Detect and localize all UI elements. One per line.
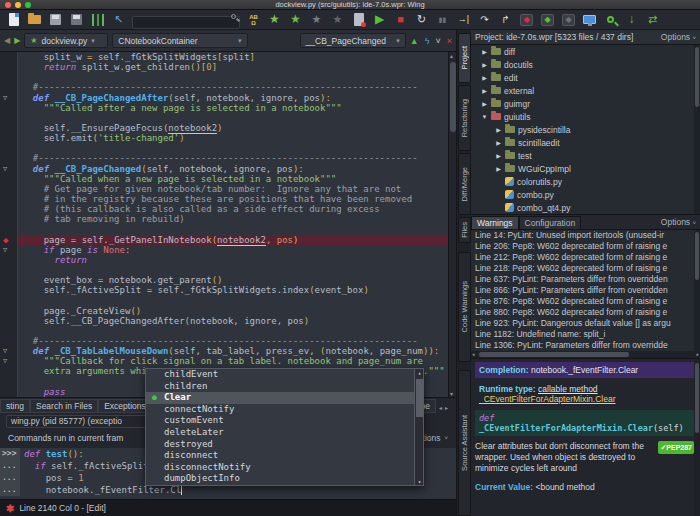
callable-method-link[interactable]: callable method: [538, 384, 598, 394]
gutter[interactable]: [0, 143, 18, 153]
scope-method-dropdown[interactable]: __CB_PageChanged ▾: [300, 33, 406, 48]
collapsed-arrow-icon[interactable]: ▶: [481, 87, 488, 94]
collapsed-arrow-icon[interactable]: ▶: [495, 139, 502, 146]
gutter[interactable]: [0, 316, 18, 326]
editor-scrollbar[interactable]: ▴ ▾: [448, 52, 456, 397]
code-line[interactable]: # in the registry because these are posi…: [0, 194, 448, 204]
gutter[interactable]: [0, 285, 18, 295]
code-line[interactable]: [0, 72, 448, 82]
warning-row[interactable]: Line 1306: PyLint: Parameters differ fro…: [471, 340, 700, 351]
completion-item[interactable]: children: [146, 381, 423, 393]
collapsed-arrow-icon[interactable]: ▶: [495, 165, 502, 172]
tree-item[interactable]: ▶pysidescintilla: [471, 123, 700, 136]
warning-row[interactable]: Line 923: PyLint: Dangerous default valu…: [471, 318, 700, 329]
tab-configuration[interactable]: Configuration: [519, 216, 582, 229]
tabs-scroll-left-icon[interactable]: ◂: [439, 404, 442, 413]
gutter[interactable]: [0, 103, 18, 113]
warnings-scrollbar[interactable]: [694, 230, 700, 352]
syntax-ok-icon[interactable]: ▲: [410, 36, 419, 46]
fold-arrow-icon[interactable]: ▽: [3, 245, 7, 255]
collapsed-arrow-icon[interactable]: ▶: [481, 61, 488, 68]
gutter[interactable]: [0, 366, 18, 376]
warning-row[interactable]: Line 1182: Undefined name: split_i: [471, 329, 700, 340]
gutter[interactable]: [0, 255, 18, 265]
stop-icon[interactable]: ■: [393, 12, 408, 27]
code-line[interactable]: ▽ def __CB_PageChangedAfter(self, notebo…: [0, 93, 448, 103]
code-line[interactable]: page._CreateView(): [0, 306, 448, 316]
tree-item[interactable]: ▶docutils: [471, 58, 700, 71]
code-line[interactable]: ▽ def _CB_TabLabelMouseDown(self, tab_la…: [0, 346, 448, 356]
breakpoints-green-icon[interactable]: ◆: [540, 12, 555, 27]
warning-row[interactable]: Line 14: PyLint: Unused import itertools…: [471, 230, 700, 241]
goto-line-icon[interactable]: ↓: [624, 12, 639, 27]
gutter[interactable]: [0, 275, 18, 285]
tree-item[interactable]: ▶scintillaedit: [471, 136, 700, 149]
completion-item[interactable]: ●Clear: [146, 392, 423, 404]
fold-arrow-icon[interactable]: ▽: [3, 93, 7, 103]
run-icon[interactable]: ▶: [372, 12, 387, 27]
warning-row[interactable]: Line 206: Pep8: W602 deprecated form of …: [471, 241, 700, 252]
titlebar[interactable]: dockview.py (src/guiutils): ide-7.0s.wpr…: [0, 0, 700, 10]
tree-item[interactable]: ▶edit: [471, 71, 700, 84]
gutter[interactable]: ▽: [0, 346, 18, 356]
close-window-button[interactable]: [5, 2, 11, 8]
gutter[interactable]: [0, 387, 18, 397]
tree-item[interactable]: combo_qt4.py: [471, 201, 700, 214]
debug-console-icon[interactable]: [582, 12, 597, 27]
tabs-scroll-right-icon[interactable]: ▸: [445, 404, 448, 413]
gutter[interactable]: [0, 224, 18, 234]
collapsed-arrow-icon[interactable]: ▶: [495, 126, 502, 133]
project-options-button[interactable]: Options ˅: [661, 32, 696, 42]
file-tab[interactable]: ★ dockview.py ▾: [24, 33, 108, 48]
breakpoint-icon[interactable]: ◆: [3, 235, 8, 245]
completion-item[interactable]: deleteLater: [146, 427, 423, 439]
symbol-search-icon[interactable]: ABΩ: [246, 12, 261, 27]
gutter[interactable]: ▽: [0, 245, 18, 255]
gutter[interactable]: [0, 52, 18, 62]
warnings-options-button[interactable]: Options ˅: [661, 217, 700, 229]
tab-exceptions[interactable]: Exceptions: [98, 399, 152, 413]
search-code-icon[interactable]: [603, 12, 618, 27]
completion-item[interactable]: connectNotify: [146, 404, 423, 416]
tab-sting[interactable]: sting: [0, 399, 30, 413]
collapsed-arrow-icon[interactable]: ▶: [481, 74, 488, 81]
scope-class-dropdown[interactable]: CNotebookContainer ▾: [112, 33, 247, 48]
tree-item[interactable]: ▶WGuiCppImpl: [471, 162, 700, 175]
code-line[interactable]: """Called when a new page is selected in…: [0, 174, 448, 184]
side-tab-diff-merge[interactable]: Diff/Merge: [458, 153, 471, 215]
next-file-arrow-icon[interactable]: ▶: [14, 36, 20, 46]
recent-files-bars-icon[interactable]: [90, 12, 105, 27]
tree-item[interactable]: ▶external: [471, 84, 700, 97]
open-file-icon[interactable]: [27, 12, 42, 27]
tree-item[interactable]: combo.py: [471, 188, 700, 201]
minimize-window-button[interactable]: [15, 2, 21, 8]
bookmark-star-icon[interactable]: ★: [267, 12, 282, 27]
code-line[interactable]: # tab removing in rebuild): [0, 214, 448, 224]
code-line[interactable]: [0, 295, 448, 305]
gutter[interactable]: [0, 113, 18, 123]
scroll-left-icon[interactable]: ◂: [472, 351, 475, 358]
code-line[interactable]: #---------------------------------------…: [0, 336, 448, 346]
breakpoints-red-icon[interactable]: ◆: [519, 12, 534, 27]
code-editor[interactable]: split_w = self._fGtkSplitWidgets[split] …: [0, 52, 448, 397]
fold-arrow-icon[interactable]: ▽: [3, 356, 7, 366]
warning-row[interactable]: Line 876: Pep8: W602 deprecated form of …: [471, 296, 700, 307]
code-line[interactable]: [0, 143, 448, 153]
restart-icon[interactable]: ↻: [414, 12, 429, 27]
gutter[interactable]: [0, 377, 18, 387]
quick-action-icon[interactable]: ϟ: [425, 36, 430, 46]
save-icon[interactable]: [48, 12, 63, 27]
code-line[interactable]: ◆ page = self._GetPanelInNotebook(notebo…: [0, 235, 448, 245]
tree-item[interactable]: ▶test: [471, 149, 700, 162]
gutter[interactable]: [0, 204, 18, 214]
warning-row[interactable]: Line 880: Pep8: W602 deprecated form of …: [471, 307, 700, 318]
tree-item[interactable]: ▼guiutils: [471, 110, 700, 123]
gutter[interactable]: [0, 133, 18, 143]
gutter[interactable]: [0, 336, 18, 346]
side-tab-files[interactable]: Files: [458, 217, 471, 243]
scroll-down-icon[interactable]: ▾: [415, 478, 424, 485]
code-line[interactable]: # Get page for given notebook/tab number…: [0, 184, 448, 194]
code-line[interactable]: ▽ def __CB_PageChanged(self, notebook, i…: [0, 164, 448, 174]
gutter[interactable]: [0, 174, 18, 184]
warning-row[interactable]: Line 866: PyLint: Parameters differ from…: [471, 285, 700, 296]
